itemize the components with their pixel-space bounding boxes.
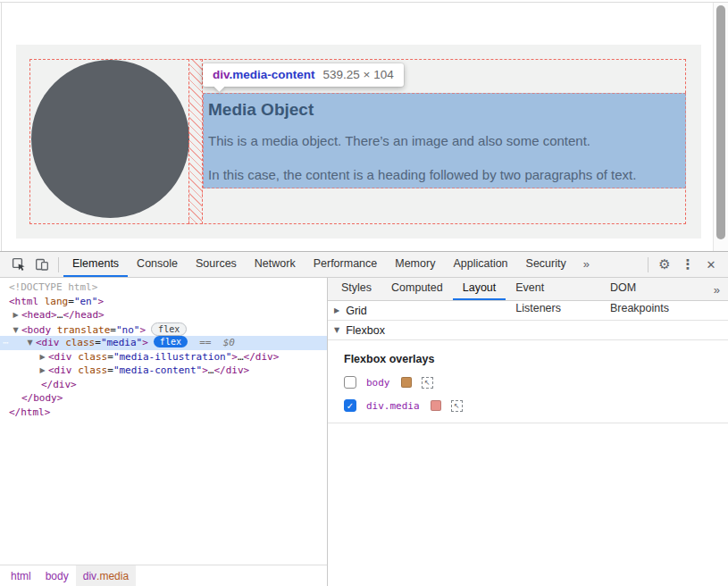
- dom-token: <head>: [21, 309, 57, 321]
- dom-tree-line[interactable]: ▶<div class="media-illustration">…</div>: [0, 350, 327, 364]
- dom-token: =: [107, 351, 113, 363]
- overlay-element-link[interactable]: div.media: [366, 400, 420, 412]
- dom-tree-line[interactable]: </html>: [0, 406, 327, 420]
- section-flexbox[interactable]: ▼ Flexbox: [328, 321, 728, 340]
- overlay-row-div-media: ✓div.media↖: [344, 399, 728, 412]
- tab-layout[interactable]: Layout: [453, 278, 506, 300]
- viewport-left-border: [1, 2, 2, 251]
- disclosure-triangle-right-icon[interactable]: ▶: [37, 364, 48, 378]
- dom-tree-line[interactable]: <html lang="en">: [0, 295, 327, 309]
- breadcrumb-part: .media: [96, 570, 129, 582]
- dom-token: </body>: [21, 392, 63, 404]
- flexbox-overlays-title: Flexbox overlays: [344, 353, 728, 365]
- overlay-row-body: body↖: [344, 376, 728, 389]
- dom-token: </div>: [244, 351, 280, 363]
- dom-tree-line[interactable]: ▼<body translate="no">flex: [0, 322, 327, 337]
- dom-token: >: [142, 337, 148, 348]
- chevron-down-icon: ▼: [334, 326, 339, 334]
- breadcrumb-part: div: [83, 570, 96, 582]
- dom-tree-line-selected[interactable]: ⋯▼<div class="media">flex == $0: [0, 336, 327, 350]
- dom-token: translate: [57, 324, 111, 336]
- media-paragraph-1: This is a media object. There’s an image…: [208, 133, 685, 148]
- dom-token: <div: [48, 364, 78, 376]
- dom-token: >: [231, 351, 238, 363]
- overlay-color-swatch[interactable]: [431, 400, 441, 411]
- tab-network[interactable]: Network: [246, 252, 305, 277]
- tooltip-selector-class: .media-content: [230, 68, 315, 81]
- disclosure-triangle-right-icon[interactable]: ▶: [10, 308, 21, 322]
- settings-gear-icon[interactable]: ⚙: [653, 252, 676, 277]
- dom-token: class: [65, 337, 95, 348]
- select-element-icon[interactable]: ↖: [451, 400, 463, 412]
- tab-memory[interactable]: Memory: [386, 252, 444, 277]
- tab-console[interactable]: Console: [128, 252, 187, 277]
- toolbar-separator: [58, 257, 59, 272]
- section-grid[interactable]: ▶ Grid: [328, 301, 728, 321]
- overlay-element-link[interactable]: body: [366, 377, 390, 389]
- devtools-main: <!DOCTYPE html><html lang="en">▶<head>…<…: [0, 278, 728, 586]
- page-scrollbar-thumb[interactable]: [716, 5, 725, 239]
- dom-token: </head>: [63, 309, 104, 321]
- tab-elements[interactable]: Elements: [63, 252, 128, 277]
- dom-token: class: [78, 351, 107, 363]
- dom-token: class: [78, 364, 107, 376]
- breadcrumb-part: body: [46, 570, 69, 582]
- breadcrumb-item-html[interactable]: html: [4, 565, 38, 586]
- tab-styles[interactable]: Styles: [331, 278, 381, 300]
- page-scrollbar[interactable]: [713, 3, 728, 251]
- close-icon[interactable]: ✕: [699, 252, 723, 277]
- disclosure-triangle-down-icon[interactable]: ▼: [24, 336, 36, 350]
- overlay-checkbox[interactable]: [344, 376, 356, 389]
- inspect-element-icon[interactable]: [7, 252, 30, 277]
- tab-performance[interactable]: Performance: [305, 252, 387, 277]
- tab-application[interactable]: Application: [444, 252, 516, 277]
- flex-badge[interactable]: flex: [154, 336, 188, 347]
- overlay-checkbox[interactable]: ✓: [344, 399, 356, 412]
- disclosure-triangle-right-icon[interactable]: ▶: [37, 350, 48, 364]
- toolbar-separator: [648, 257, 649, 272]
- elements-dom-tree: <!DOCTYPE html><html lang="en">▶<head>…<…: [0, 278, 327, 586]
- tab-dom-breakpoints[interactable]: DOM Breakpoints: [600, 278, 706, 300]
- dom-token: "media": [101, 337, 142, 348]
- dom-token: "media-illustration": [113, 351, 231, 363]
- media-content-highlight: Media Object This is a media object. The…: [203, 93, 686, 188]
- dom-tree-line[interactable]: <!DOCTYPE html>: [0, 280, 327, 295]
- toggle-device-toolbar-icon[interactable]: [30, 252, 54, 277]
- tab-security[interactable]: Security: [517, 252, 575, 277]
- elements-sidebar: StylesComputedLayoutEvent ListenersDOM B…: [328, 278, 728, 586]
- dom-token: …: [238, 351, 244, 363]
- flex-badge[interactable]: flex: [151, 322, 187, 336]
- tab-event-listeners[interactable]: Event Listeners: [506, 278, 600, 300]
- dom-tree-line[interactable]: </div>: [0, 378, 327, 392]
- tooltip-selector-tag: div: [213, 68, 230, 81]
- media-illustration-circle: [31, 60, 189, 218]
- dom-tree-line[interactable]: ▶<div class="media-content">…</div>: [0, 364, 327, 378]
- dom-tree-line[interactable]: ▶<head>…</head>: [0, 308, 327, 322]
- dom-token: </div>: [41, 379, 77, 390]
- flexbox-overlays-panel: Flexbox overlays body↖✓div.media↖: [328, 340, 728, 423]
- select-element-icon[interactable]: ↖: [422, 377, 433, 389]
- tab-sources[interactable]: Sources: [187, 252, 246, 277]
- more-tabs-chevron-icon[interactable]: »: [575, 252, 598, 277]
- disclosure-triangle-down-icon[interactable]: ▼: [10, 323, 21, 338]
- dom-token: "no": [116, 324, 140, 336]
- tab-computed[interactable]: Computed: [381, 278, 453, 300]
- dom-token: =: [68, 296, 74, 307]
- more-sidebar-tabs-chevron-icon[interactable]: »: [706, 278, 728, 300]
- dom-token: $0: [223, 337, 235, 348]
- dom-token: <!DOCTYPE html>: [9, 281, 97, 293]
- section-grid-label: Grid: [346, 305, 367, 317]
- dom-token: >: [139, 324, 146, 336]
- dom-token: <div: [48, 351, 78, 363]
- dom-token: ==: [188, 337, 223, 348]
- kebab-menu-icon[interactable]: ⋮: [676, 252, 699, 277]
- breadcrumb-item-div-media[interactable]: div.media: [76, 565, 136, 586]
- overlay-color-swatch[interactable]: [401, 377, 412, 388]
- dom-tree-line[interactable]: </body>: [0, 391, 327, 406]
- tooltip-dimensions: 539.25 × 104: [323, 68, 394, 81]
- breadcrumb-item-body[interactable]: body: [38, 565, 76, 586]
- dom-token: <div: [36, 337, 65, 348]
- tooltip-selector: div.media-content: [213, 68, 315, 81]
- section-flexbox-label: Flexbox: [346, 324, 385, 337]
- dom-token: </html>: [9, 406, 50, 418]
